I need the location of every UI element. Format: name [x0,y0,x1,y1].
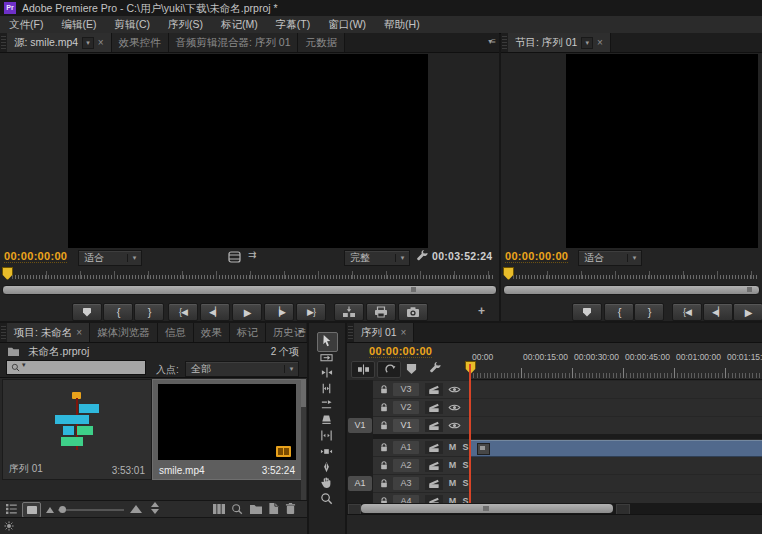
tab-media-browser[interactable]: 媒体浏览器 [90,323,158,342]
tab-info[interactable]: 信息 [158,323,194,342]
tab-metadata[interactable]: 元数据 [298,33,345,52]
mute-button[interactable]: M [446,441,459,454]
menu-title[interactable]: 字幕(T) [267,18,319,32]
menu-sequence[interactable]: 序列(S) [159,18,212,32]
source-resolution-select[interactable]: 完整 ▾ [344,250,410,266]
source-zoom-scrollbar[interactable] [2,285,497,295]
track-label[interactable]: A3 [393,477,419,490]
source-timecode[interactable]: 00:00:00:00 [4,250,67,263]
chevron-down-icon[interactable]: ▾ [82,37,94,49]
export-frame-button[interactable] [398,303,428,321]
toggle-track-output-icon[interactable] [446,417,462,434]
add-marker-button[interactable] [572,303,602,321]
sync-lock-icon[interactable] [425,419,443,432]
tab-effect-controls[interactable]: 效果控件 [112,33,169,52]
rate-stretch-tool-icon[interactable] [320,398,333,411]
sort-icon[interactable] [151,502,159,514]
search-input[interactable] [6,360,146,375]
sync-lock-icon[interactable] [425,383,443,396]
track-content[interactable] [470,493,762,503]
menu-clip[interactable]: 剪辑(C) [105,18,159,32]
rolling-edit-tool-icon[interactable] [320,382,333,395]
sync-lock-icon[interactable] [425,441,443,454]
automate-to-sequence-icon[interactable] [212,503,226,515]
menu-marker[interactable]: 标记(M) [212,18,267,32]
zoombar-grip[interactable] [411,287,416,292]
gear-icon[interactable] [4,521,14,531]
ripple-edit-tool-icon[interactable] [320,366,333,379]
trash-icon[interactable] [285,502,296,515]
insert-button[interactable] [334,303,364,321]
step-back-button[interactable]: ◀▏ [703,303,733,321]
panel-grip[interactable] [502,36,507,49]
razor-tool-icon[interactable] [320,414,333,427]
track-content[interactable] [470,475,762,492]
track-label[interactable]: V1 [393,419,419,432]
sync-lock-icon[interactable] [425,401,443,414]
hand-tool-icon[interactable] [320,476,333,489]
mute-button[interactable]: M [446,477,459,490]
icon-view-button[interactable] [22,502,41,518]
new-bin-icon[interactable] [249,503,263,515]
sync-lock-icon[interactable] [425,459,443,472]
mark-in-button[interactable]: { [604,303,634,321]
timeline-ruler[interactable]: 00:00 00:00:15:00 00:00:30:00 00:00:45:0… [470,350,762,380]
playhead-line[interactable] [469,364,471,503]
mute-button[interactable]: M [446,459,459,472]
safe-margins-icon[interactable] [228,251,241,263]
menu-window[interactable]: 窗口(W) [319,18,375,32]
program-scrubber[interactable] [501,266,762,283]
audio-clip-smile[interactable] [471,440,762,457]
track-select-tool-icon[interactable] [320,351,333,364]
timeline-settings-wrench-icon[interactable] [429,362,442,375]
source-scrubber[interactable] [0,266,499,283]
track-label[interactable]: A1 [393,441,419,454]
tab-program[interactable]: 节目: 序列 01 ▾ × [508,33,611,52]
selection-tool-icon[interactable] [320,334,333,347]
panel-menu-icon[interactable]: ▾≡ [298,327,305,336]
scrollbar-thumb[interactable] [361,504,613,513]
track-lock-icon[interactable] [377,417,391,434]
zoom-in-icon[interactable] [130,505,142,513]
play-button[interactable]: ▶ [232,303,262,321]
step-back-button[interactable]: ◀▏ [200,303,230,321]
project-scrollbar[interactable] [301,379,306,500]
source-zoom-select[interactable]: 适合 ▾ [78,250,142,266]
track-content[interactable] [470,399,762,416]
menu-file[interactable]: 文件(F) [0,18,52,32]
slip-tool-icon[interactable] [320,429,333,442]
track-content[interactable] [470,381,762,398]
program-timecode[interactable]: 00:00:00:00 [505,250,568,263]
panel-grip[interactable] [1,326,6,339]
button-editor-plus[interactable]: + [478,304,485,318]
snap-button[interactable] [351,361,375,378]
close-icon[interactable]: × [76,327,82,338]
toggle-track-output-icon[interactable] [446,381,462,398]
in-point-select[interactable]: 全部 ▾ [185,361,299,377]
goto-in-button[interactable]: {◀ [672,303,702,321]
goto-in-button[interactable]: {◀ [168,303,198,321]
slide-tool-icon[interactable] [320,445,333,458]
list-view-icon[interactable] [5,503,18,515]
bin-icon[interactable] [7,346,20,357]
overwrite-button[interactable] [366,303,396,321]
zoombar-grip[interactable] [747,287,752,292]
sync-lock-icon[interactable] [425,495,443,503]
search-filter-caret[interactable]: ▾ [22,361,26,369]
source-patch-audio[interactable]: A1 [348,476,372,491]
track-label[interactable]: A2 [393,459,419,472]
program-zoom-scrollbar[interactable] [503,285,760,295]
add-marker-button[interactable] [72,303,102,321]
timeline-hscrollbar[interactable] [347,503,762,514]
panel-grip[interactable] [348,326,353,339]
menu-edit[interactable]: 编辑(E) [52,18,105,32]
track-label[interactable]: A4 [393,495,419,503]
track-lock-icon[interactable] [377,475,391,492]
goto-out-button[interactable]: ▶} [296,303,326,321]
close-icon[interactable]: × [401,327,407,338]
project-item-clip[interactable]: smile.mp4 3:52:24 [152,379,302,480]
panel-grip[interactable] [1,36,6,49]
zoom-out-icon[interactable] [46,507,54,513]
menu-help[interactable]: 帮助(H) [375,18,429,32]
program-zoom-select[interactable]: 适合 ▾ [578,250,642,266]
